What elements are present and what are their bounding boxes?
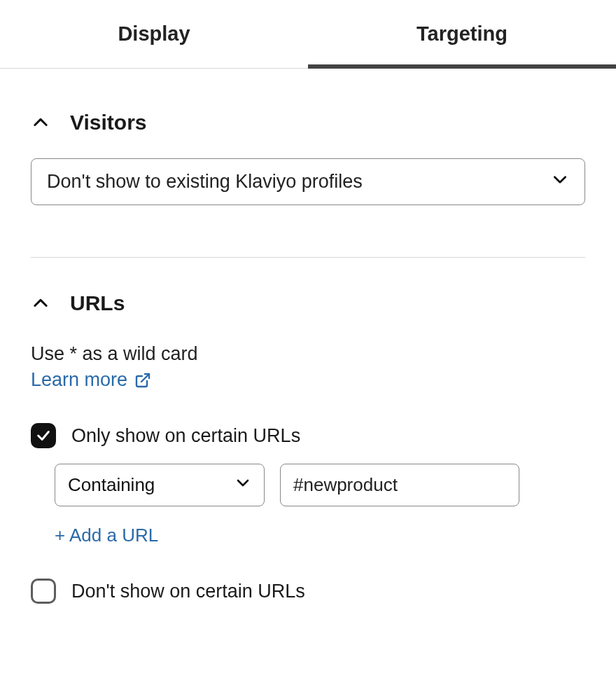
tab-display[interactable]: Display — [0, 0, 308, 68]
urls-hint: Use * as a wild card — [31, 343, 585, 365]
url-rule-mode-select[interactable]: Containing — [55, 464, 265, 506]
chevron-up-icon — [31, 113, 50, 132]
tab-targeting-label: Targeting — [416, 22, 507, 46]
visitors-select-value: Don't show to existing Klaviyo profiles — [47, 171, 363, 193]
tabs: Display Targeting — [0, 0, 616, 69]
chevron-up-icon — [31, 293, 50, 313]
chevron-down-icon — [234, 474, 251, 496]
learn-more-label: Learn more — [31, 369, 127, 391]
visitors-select[interactable]: Don't show to existing Klaviyo profiles — [31, 158, 585, 205]
only-show-row: Only show on certain URLs — [31, 423, 585, 448]
external-link-icon — [134, 372, 151, 389]
dont-show-row: Don't show on certain URLs — [31, 579, 585, 604]
tab-targeting[interactable]: Targeting — [308, 0, 616, 68]
url-rule-row: Containing — [55, 464, 585, 506]
section-urls: URLs Use * as a wild card Learn more Onl… — [31, 258, 585, 604]
section-visitors: Visitors Don't show to existing Klaviyo … — [31, 69, 585, 205]
chevron-down-icon — [551, 170, 569, 193]
section-visitors-title: Visitors — [70, 111, 147, 134]
section-urls-title: URLs — [70, 291, 125, 315]
dont-show-checkbox[interactable] — [31, 579, 56, 604]
section-urls-header[interactable]: URLs — [31, 291, 585, 315]
url-rule-value-input[interactable] — [280, 464, 519, 506]
only-show-checkbox[interactable] — [31, 423, 56, 448]
only-show-label: Only show on certain URLs — [71, 425, 300, 447]
svg-line-0 — [141, 374, 149, 382]
section-visitors-header[interactable]: Visitors — [31, 111, 585, 134]
add-url-link[interactable]: + Add a URL — [55, 525, 158, 546]
targeting-panel: Visitors Don't show to existing Klaviyo … — [0, 69, 616, 604]
url-rule-mode-value: Containing — [68, 474, 155, 496]
tab-display-label: Display — [118, 22, 190, 46]
dont-show-label: Don't show on certain URLs — [71, 581, 305, 602]
learn-more-link[interactable]: Learn more — [31, 369, 151, 391]
